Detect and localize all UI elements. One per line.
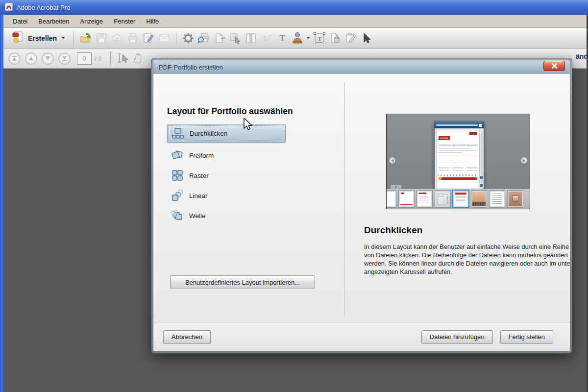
settings-button[interactable]: [180, 30, 196, 46]
click-through-layout-icon: [172, 127, 184, 139]
dialog-body: Layout für Portfolio auswählen: [153, 74, 570, 322]
select-object-icon: [229, 32, 241, 44]
window-left-border: [0, 15, 3, 392]
carousel-thumbnail-strip: [387, 189, 530, 209]
select-tool-icon: [116, 52, 129, 64]
stamp-button[interactable]: [290, 30, 312, 46]
toolbar-separator: [176, 31, 176, 45]
finish-button[interactable]: Fertig stellen: [500, 330, 553, 344]
layout-option-label: Durchklicken: [190, 130, 227, 137]
close-icon: [551, 63, 558, 69]
edit-text-button[interactable]: T: [259, 30, 274, 46]
text-box-button[interactable]: T: [312, 30, 327, 46]
layout-option-label: Raster: [189, 172, 209, 179]
email-button[interactable]: [156, 30, 172, 46]
select-object-button[interactable]: [227, 30, 243, 46]
carousel-tab: [391, 185, 401, 189]
text-box-icon: T: [313, 32, 326, 45]
window-titlebar: Adobe Acrobat Pro: [0, 0, 588, 15]
split-view-button[interactable]: [243, 30, 259, 46]
dialog-footer: Abbrechen Dateien hinzufügen Fertig stel…: [153, 322, 570, 351]
stamp-icon: [292, 32, 305, 45]
menu-bar: Datei Bearbeiten Anzeige Fenster Hilfe: [3, 15, 588, 28]
print-production-button[interactable]: [196, 30, 212, 46]
layout-option-welle[interactable]: Welle: [172, 208, 291, 223]
gear-icon: [182, 32, 194, 44]
clipped-toolbar-text: änd: [576, 52, 588, 60]
cancel-button[interactable]: Abbrechen: [163, 330, 211, 344]
select-arrow-button[interactable]: [359, 30, 374, 46]
cloud-upload-button[interactable]: [109, 30, 125, 46]
next-page-icon: [45, 55, 51, 62]
select-tool-button[interactable]: [115, 50, 130, 66]
import-custom-layout-button[interactable]: Benutzerdefiniertes Layout importieren..…: [170, 275, 315, 289]
menu-bearbeiten[interactable]: Bearbeiten: [33, 16, 74, 27]
chevron-down-icon: [306, 37, 310, 39]
printer-icon: [127, 32, 139, 44]
form-edit-button[interactable]: [343, 30, 359, 46]
save-icon: [96, 33, 107, 44]
layout-select-heading: Layout für Portfolio auswählen: [167, 106, 293, 117]
svg-text:T: T: [318, 35, 322, 42]
hand-tool-icon: [133, 52, 144, 64]
layout-option-label: Welle: [189, 212, 206, 220]
carousel-right-arrow-icon: ▶: [521, 157, 527, 164]
print-button[interactable]: [125, 30, 141, 46]
add-text-button[interactable]: T: [274, 30, 290, 46]
sign-document-button[interactable]: [141, 30, 156, 46]
layout-option-freiform[interactable]: Freiform: [172, 148, 291, 163]
save-button[interactable]: [94, 30, 109, 46]
split-view-icon: [245, 32, 257, 44]
email-icon: [158, 32, 170, 44]
crop-pages-icon: [214, 32, 225, 44]
dialog-close-button[interactable]: [543, 61, 565, 71]
create-button[interactable]: Erstellen: [7, 29, 70, 47]
first-page-icon: [11, 55, 18, 62]
preview-thumbnail: [387, 191, 396, 207]
layout-option-label: Freiform: [189, 152, 214, 159]
last-page-button[interactable]: [58, 52, 71, 65]
page-properties-button[interactable]: [327, 30, 343, 46]
dialog-titlebar[interactable]: PDF-Portfolio erstellen: [153, 60, 570, 74]
next-page-button[interactable]: [42, 52, 54, 65]
open-file-button[interactable]: [78, 30, 94, 46]
preview-thumbnail: [417, 191, 432, 207]
menu-fenster[interactable]: Fenster: [108, 16, 141, 27]
chevron-down-icon: [61, 37, 65, 39]
last-page-icon: [61, 55, 68, 62]
acrobat-app-icon: [5, 3, 13, 12]
preview-nav-button: [479, 183, 484, 188]
crop-pages-button[interactable]: [212, 30, 227, 46]
add-files-button[interactable]: Dateien hinzufügen: [421, 330, 493, 344]
menu-anzeige[interactable]: Anzeige: [74, 16, 108, 27]
first-page-button[interactable]: [8, 52, 21, 65]
print-production-icon: [197, 32, 210, 45]
page-total-label: / 0: [95, 55, 101, 62]
wave-layout-icon: [172, 210, 183, 221]
previous-page-button[interactable]: [25, 52, 37, 65]
main-toolbar: Erstellen: [3, 28, 588, 49]
freeform-layout-icon: [172, 149, 183, 161]
carousel-left-arrow-icon: ◀: [389, 157, 395, 164]
menu-hilfe[interactable]: Hilfe: [141, 16, 164, 27]
preview-page: LOCAL Conference Sponsorship Agreement: [436, 130, 480, 192]
window-title: Adobe Acrobat Pro: [17, 4, 70, 11]
layout-option-durchklicken[interactable]: Durchklicken: [167, 124, 286, 143]
layout-option-list: Durchklicken Freiform: [167, 124, 291, 223]
preview-scrollbar: [481, 131, 483, 191]
form-edit-icon: [345, 32, 357, 44]
layout-option-linear[interactable]: Linear: [172, 188, 291, 203]
preview-pdf-icon: [479, 123, 482, 127]
grid-layout-icon: [172, 170, 183, 181]
preview-thumbnail-selected: [453, 191, 468, 207]
hand-tool-button[interactable]: [130, 50, 146, 66]
select-arrow-icon: [362, 32, 371, 44]
previous-page-icon: [28, 55, 34, 62]
preview-thumbnail: [399, 191, 414, 207]
preview-local-badge: LOCAL: [439, 136, 450, 140]
create-button-label: Erstellen: [28, 34, 57, 42]
menu-datei[interactable]: Datei: [7, 16, 33, 27]
layout-option-raster[interactable]: Raster: [172, 168, 291, 183]
page-number-input[interactable]: 0: [77, 52, 92, 65]
layout-description-text: In diesem Layout kann der Benutzer auf e…: [364, 243, 570, 276]
